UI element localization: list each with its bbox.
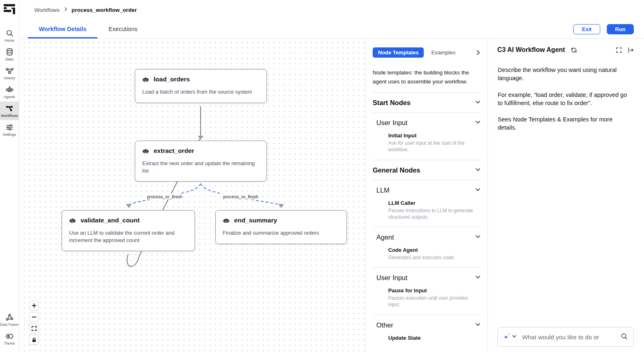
agent-paragraph: For example, “load order, validate, if a… [498,91,633,108]
template-description: Generates and executes code. [388,254,476,261]
sidebar-item-label: Settings [3,132,16,137]
sidebar-item-label: Data Fusion [0,323,19,327]
sidebar-item-data-fusion[interactable]: Data Fusion [0,310,19,329]
arrowhead-end-target [278,204,284,208]
breadcrumb-workflows[interactable]: Workflows [34,7,60,13]
zoom-out-button[interactable] [29,312,39,322]
expand-button[interactable] [616,47,622,53]
sidebar-item-label: Home [4,38,14,43]
sidebar-item-home[interactable]: Home [0,26,19,45]
search-icon [5,29,14,38]
sidebar-item-agents[interactable]: Agents [0,83,19,101]
section-header[interactable]: Other [373,321,481,329]
section-title: Start Nodes [373,99,411,107]
template-name: Update State [388,335,481,341]
sidebar-item-label: History [4,76,15,80]
edge-label[interactable]: process_or_finish [222,194,259,200]
template-name: Code Agent [388,247,481,253]
topbar: Workflows process_workflow_order [19,0,644,20]
sidebar-item-label: Theme [4,341,15,345]
template-item-initial-input[interactable]: Initial Input Ask for user input at the … [388,132,481,153]
sidebar-item-workflows[interactable]: Workflows [0,101,19,120]
section-start-nodes: Start Nodes [373,93,481,113]
template-item-code-agent[interactable]: Code Agent Generates and executes code. [388,247,481,261]
agent-chat-input-container: ✦✦ [497,327,634,347]
node-description: Load a batch of orders from the source s… [142,88,259,96]
section-header[interactable]: User Input [373,119,481,127]
agent-panel-body: Describe the workflow you want using nat… [497,66,634,140]
chevron-right-icon [63,7,68,13]
lock-icon [31,337,37,343]
tab-executions[interactable]: Executions [98,20,149,38]
section-header[interactable]: LLM [373,186,481,194]
node-title: load_orders [154,76,190,83]
section-title: User Input [373,274,407,282]
sidebar-item-label: Data [5,57,13,61]
collapse-panel-button[interactable] [475,49,481,56]
section-title: Agent [373,233,394,241]
run-button[interactable]: Run [607,24,634,34]
arrowhead-validate-target [126,204,132,208]
robot-icon [69,217,76,224]
theme-icon [5,332,14,341]
tab-workflow-details[interactable]: Workflow Details [28,20,98,38]
sidebar-item-label: Agents [4,95,15,99]
fit-view-button[interactable] [29,323,39,333]
chevron-down-icon[interactable] [512,333,517,341]
section-header[interactable]: User Input [373,274,481,282]
plus-icon [31,303,37,308]
tab-node-templates[interactable]: Node Templates [373,47,424,58]
chevron-down-icon [475,119,481,127]
section-header[interactable]: Agent [373,233,481,241]
database-icon [5,48,14,56]
node-templates-panel: Node Templates Examples Node templates: … [366,39,487,352]
c3-logo-icon [3,3,16,16]
workflow-canvas[interactable]: process_or_finish process_or_finish [19,39,366,352]
expand-icon [616,47,622,53]
lock-button[interactable] [29,335,39,345]
search-icon[interactable] [621,333,628,341]
node-title: extract_order [154,147,194,155]
main-column: Workflows process_workflow_order Workflo… [19,0,644,352]
chevron-down-icon [475,166,481,174]
close-panel-button[interactable] [628,47,634,53]
section-header[interactable]: Start Nodes [373,99,481,107]
section-agent: Agent Code Agent Generates and executes … [373,227,481,268]
node-load-orders[interactable]: load_orders Load a batch of orders from … [135,69,267,103]
chevron-right-icon [475,49,481,56]
arrowhead-extract-target [198,136,203,140]
agent-chat-input[interactable] [522,334,618,341]
template-name: Initial Input [388,132,481,139]
node-end-summary[interactable]: end_summary Finalize and summarize appro… [215,210,347,244]
edge-label[interactable]: process_or_finish [146,194,183,200]
app-root: Home Data History [0,0,644,352]
sidebar-item-theme[interactable]: Theme [0,329,19,348]
sidebar-item-history[interactable]: History [0,64,19,83]
tab-examples[interactable]: Examples [431,49,455,56]
agent-panel-header: C3 AI Workflow Agent [497,46,634,54]
sidebar: Home Data History [0,0,19,352]
agent-panel: C3 AI Workflow Agent [487,39,644,352]
template-name: Pause for Input [388,287,481,294]
template-item-pause-for-input[interactable]: Pause for Input Pauses execution until u… [388,287,481,308]
sidebar-item-settings[interactable]: Settings [0,120,19,139]
agent-panel-title: C3 AI Workflow Agent [497,46,565,54]
robot-icon [223,217,230,224]
robot-icon [142,148,149,155]
sidebar-item-data[interactable]: Data [0,45,19,64]
section-header[interactable]: General Nodes [373,166,481,174]
agent-panel-spacer [497,140,634,327]
history-graph-icon [5,67,14,75]
template-description: Ask for user input at the start of the w… [388,140,476,153]
node-extract-order[interactable]: extract_order Extract the next order and… [135,141,267,182]
exit-button[interactable]: Exit [573,24,600,34]
template-item-update-state[interactable]: Update State [388,335,481,341]
zoom-in-button[interactable] [29,300,39,310]
breadcrumb: Workflows process_workflow_order [34,7,137,13]
section-title: User Input [373,119,407,127]
canvas-controls [29,300,39,345]
refresh-button[interactable] [571,47,577,53]
section-llm: LLM LLM Caller Passes instructions to LL… [373,180,481,227]
node-validate-and-count[interactable]: validate_and_count Use an LLM to validat… [62,210,195,251]
template-item-llm-caller[interactable]: LLM Caller Passes instructions to LLM to… [388,200,481,220]
